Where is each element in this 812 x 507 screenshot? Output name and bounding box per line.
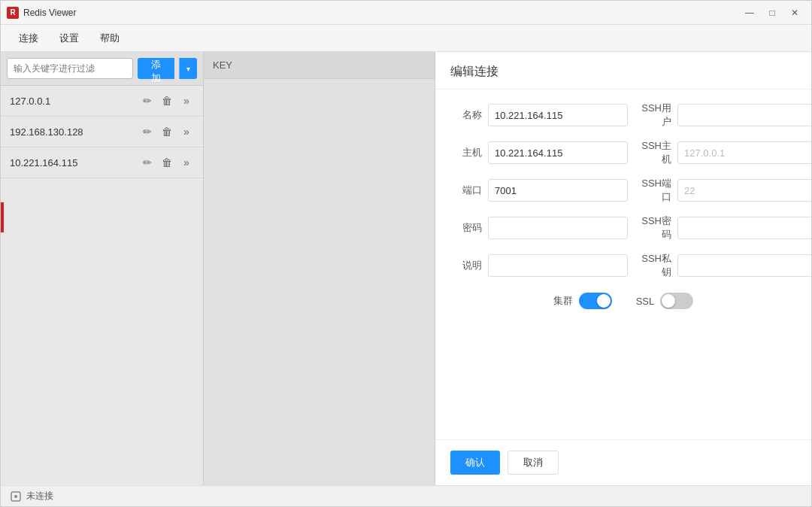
cancel-button[interactable]: 取消 (508, 451, 559, 475)
cluster-toggle-knob (597, 294, 611, 308)
close-button[interactable]: ✕ (784, 5, 805, 21)
cluster-toggle[interactable] (579, 293, 612, 309)
ssl-toggle-group: SSL (636, 293, 694, 309)
ssh-user-label: SSH用户 (640, 102, 671, 129)
ssl-label: SSL (636, 296, 655, 307)
key-panel-title: KEY (213, 59, 232, 71)
form-footer: 确认 取消 (435, 439, 811, 485)
delete-button-2[interactable]: 🗑 (159, 124, 174, 139)
form-group-ssh-port: SSH端口 (640, 177, 811, 204)
title-bar-left: R Redis Viewer (7, 7, 76, 19)
connection-list: 127.0.0.1 ✏ 🗑 » 192.168.130.128 ✏ 🗑 » (1, 86, 203, 485)
ssh-password-input[interactable] (677, 217, 811, 239)
confirm-button[interactable]: 确认 (450, 451, 500, 475)
port-input[interactable] (488, 179, 628, 202)
form-group-ssh-key: SSH私钥 (640, 252, 811, 279)
host-label: 主机 (450, 146, 482, 159)
form-header: 编辑连接 (435, 52, 811, 90)
connection-item-1[interactable]: 127.0.0.1 ✏ 🗑 » (1, 86, 203, 117)
password-input[interactable] (488, 217, 628, 239)
ssl-toggle-knob (662, 294, 675, 308)
form-group-ssh-user: SSH用户 (640, 102, 811, 129)
connection-name-3: 10.221.164.115 (10, 157, 140, 168)
desc-input[interactable] (488, 254, 628, 277)
form-group-host: 主机 (450, 141, 628, 164)
ssh-password-label: SSH密码 (640, 214, 671, 241)
form-row-2: 主机 SSH主机 (450, 139, 796, 166)
status-icon (10, 490, 22, 502)
ssh-key-label: SSH私钥 (640, 252, 671, 279)
delete-button-3[interactable]: 🗑 (159, 155, 174, 170)
svg-point-1 (14, 495, 17, 498)
edit-button-1[interactable]: ✏ (140, 93, 155, 108)
maximize-button[interactable]: □ (762, 5, 783, 21)
delete-button-1[interactable]: 🗑 (159, 93, 174, 108)
search-bar: 添加 ▾ (1, 52, 203, 86)
form-row-3: 端口 SSH端口 (450, 177, 796, 204)
main-content: 添加 ▾ 127.0.0.1 ✏ 🗑 » 192.168.130.128 (1, 52, 811, 485)
connection-actions-3: ✏ 🗑 » (140, 155, 194, 170)
form-group-port: 端口 (450, 179, 628, 202)
title-bar: R Redis Viewer — □ ✕ (1, 1, 811, 25)
form-row-1: 名称 SSH用户 (450, 102, 796, 129)
form-row-4: 密码 SSH密码 (450, 214, 796, 241)
name-label: 名称 (450, 108, 482, 122)
desc-label: 说明 (450, 259, 482, 272)
ssl-toggle[interactable] (660, 293, 693, 309)
add-dropdown-button[interactable]: ▾ (179, 58, 197, 79)
edit-button-3[interactable]: ✏ (140, 155, 155, 170)
cluster-toggle-group: 集群 (553, 293, 612, 309)
edit-button-2[interactable]: ✏ (140, 124, 155, 139)
search-input[interactable] (7, 58, 133, 79)
cluster-label: 集群 (553, 294, 573, 308)
name-input[interactable] (488, 104, 628, 126)
status-text: 未连接 (26, 490, 53, 502)
edit-form-panel: 编辑连接 名称 SSH用户 主机 (435, 52, 811, 485)
left-panel: 添加 ▾ 127.0.0.1 ✏ 🗑 » 192.168.130.128 (1, 52, 204, 485)
connect-button-2[interactable]: » (179, 124, 194, 139)
connection-item-2[interactable]: 192.168.130.128 ✏ 🗑 » (1, 117, 203, 147)
key-panel-header: KEY (204, 52, 435, 79)
form-group-ssh-password: SSH密码 (640, 214, 811, 241)
host-input[interactable] (488, 141, 628, 164)
red-accent-bar (1, 202, 4, 232)
status-bar: 未连接 (1, 485, 811, 506)
minimize-button[interactable]: — (739, 5, 760, 21)
window-controls: — □ ✕ (739, 5, 805, 21)
window-title: Redis Viewer (23, 8, 76, 18)
connect-button-1[interactable]: » (179, 93, 194, 108)
ssh-port-label: SSH端口 (640, 177, 671, 204)
add-button[interactable]: 添加 (138, 58, 174, 79)
form-group-name: 名称 (450, 104, 628, 126)
ssh-user-input[interactable] (677, 104, 811, 126)
key-panel: KEY (204, 52, 435, 485)
connect-button-3[interactable]: » (179, 155, 194, 170)
ssh-host-label: SSH主机 (640, 139, 671, 166)
ssh-host-input[interactable] (677, 141, 811, 164)
menu-item-settings[interactable]: 设置 (50, 29, 88, 48)
form-body: 名称 SSH用户 主机 SSH主机 (435, 90, 811, 439)
connection-item-3[interactable]: 10.221.164.115 ✏ 🗑 » (1, 147, 203, 178)
menu-bar: 连接 设置 帮助 (1, 25, 811, 52)
connection-name-2: 192.168.130.128 (10, 126, 140, 138)
form-group-password: 密码 (450, 217, 628, 239)
form-row-5: 说明 SSH私钥 (450, 252, 796, 279)
port-label: 端口 (450, 184, 482, 197)
password-label: 密码 (450, 221, 482, 235)
connection-name-1: 127.0.0.1 (10, 96, 140, 107)
connection-actions-2: ✏ 🗑 » (140, 124, 194, 139)
form-group-ssh-host: SSH主机 (640, 139, 811, 166)
menu-item-help[interactable]: 帮助 (91, 29, 129, 48)
app-window: R Redis Viewer — □ ✕ 连接 设置 帮助 添加 ▾ (0, 0, 812, 507)
ssh-key-input[interactable] (677, 254, 811, 277)
form-row-toggles: 集群 SSL (450, 290, 796, 309)
ssh-port-input[interactable] (677, 179, 811, 202)
form-title: 编辑连接 (450, 65, 498, 77)
connection-actions-1: ✏ 🗑 » (140, 93, 194, 108)
form-group-desc: 说明 (450, 254, 628, 277)
app-icon: R (7, 7, 19, 19)
toggle-row: 集群 SSL (553, 290, 694, 309)
menu-item-connect[interactable]: 连接 (10, 29, 47, 48)
